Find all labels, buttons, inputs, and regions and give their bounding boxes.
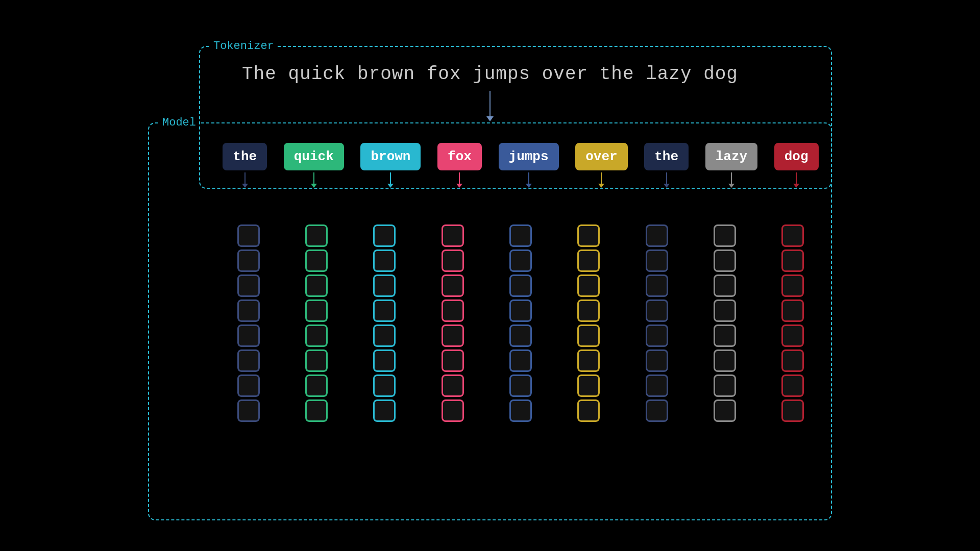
embed-cell-fox-2 xyxy=(442,274,464,297)
token-arrow-line-dog xyxy=(796,172,797,184)
embed-cell-over-4 xyxy=(577,324,600,347)
embed-cell-brown-4 xyxy=(373,324,396,347)
token-block-over: over xyxy=(575,143,627,190)
token-block-dog: dog xyxy=(774,143,819,190)
embed-cell-dog-2 xyxy=(781,274,804,297)
token-arrow-over xyxy=(598,172,604,188)
embed-cell-quick-2 xyxy=(305,274,328,297)
token-arrow-head-jumps xyxy=(526,184,532,188)
embed-cell-jumps-2 xyxy=(509,274,532,297)
token-badge-the1: the xyxy=(223,143,267,170)
embed-cell-the2-7 xyxy=(646,399,668,422)
embed-cell-dog-6 xyxy=(781,374,804,397)
embed-cell-brown-2 xyxy=(373,274,396,297)
embed-cell-dog-1 xyxy=(781,249,804,272)
embed-cell-quick-7 xyxy=(305,399,328,422)
embed-cell-quick-0 xyxy=(305,224,328,247)
embed-cell-lazy-7 xyxy=(714,399,736,422)
embed-cell-fox-5 xyxy=(442,349,464,372)
tokenizer-label: Tokenizer xyxy=(210,40,277,53)
input-sentence: The quick brown fox jumps over the lazy … xyxy=(148,64,832,85)
token-block-brown: brown xyxy=(360,143,421,190)
token-arrow-head-quick xyxy=(311,184,317,188)
token-badge-the2: the xyxy=(644,143,689,170)
token-badge-fox: fox xyxy=(437,143,482,170)
token-arrow-line-the2 xyxy=(666,172,667,184)
embed-cell-the1-7 xyxy=(237,399,260,422)
token-arrow-line-fox xyxy=(459,172,460,184)
embed-cell-the1-2 xyxy=(237,274,260,297)
embedding-col-quick xyxy=(305,224,328,422)
embed-cell-jumps-6 xyxy=(509,374,532,397)
embed-cell-jumps-4 xyxy=(509,324,532,347)
token-block-quick: quick xyxy=(284,143,344,190)
token-arrow-head-brown xyxy=(387,184,394,188)
embed-cell-the1-6 xyxy=(237,374,260,397)
embed-cell-the1-0 xyxy=(237,224,260,247)
token-arrow-the2 xyxy=(664,172,670,188)
token-block-jumps: jumps xyxy=(499,143,559,190)
token-arrow-quick xyxy=(311,172,317,188)
embed-cell-fox-7 xyxy=(442,399,464,422)
embed-cell-brown-1 xyxy=(373,249,396,272)
embed-cell-quick-4 xyxy=(305,324,328,347)
embed-cell-brown-6 xyxy=(373,374,396,397)
embed-cell-quick-3 xyxy=(305,299,328,322)
embed-cell-jumps-5 xyxy=(509,349,532,372)
embed-cell-the2-5 xyxy=(646,349,668,372)
token-arrow-line-over xyxy=(601,172,602,184)
embed-cell-the2-0 xyxy=(646,224,668,247)
embedding-col-lazy xyxy=(714,224,736,422)
main-arrow-line xyxy=(489,91,491,116)
embed-cell-dog-4 xyxy=(781,324,804,347)
embed-cell-brown-7 xyxy=(373,399,396,422)
embed-cell-lazy-2 xyxy=(714,274,736,297)
embedding-col-the2 xyxy=(646,224,668,422)
model-label: Model xyxy=(159,116,199,129)
embed-cell-the2-1 xyxy=(646,249,668,272)
embed-cell-jumps-3 xyxy=(509,299,532,322)
embed-cell-jumps-7 xyxy=(509,399,532,422)
token-block-fox: fox xyxy=(437,143,482,190)
embed-cell-fox-3 xyxy=(442,299,464,322)
embed-cell-dog-0 xyxy=(781,224,804,247)
embed-cell-over-5 xyxy=(577,349,600,372)
embed-cell-lazy-6 xyxy=(714,374,736,397)
embed-cell-lazy-5 xyxy=(714,349,736,372)
token-arrow-lazy xyxy=(728,172,734,188)
embed-cell-over-0 xyxy=(577,224,600,247)
embed-cell-dog-3 xyxy=(781,299,804,322)
token-arrow-jumps xyxy=(526,172,532,188)
embed-cell-fox-4 xyxy=(442,324,464,347)
token-badge-quick: quick xyxy=(284,143,344,170)
token-badge-dog: dog xyxy=(774,143,819,170)
token-badge-jumps: jumps xyxy=(499,143,559,170)
embed-cell-the1-1 xyxy=(237,249,260,272)
token-block-lazy: lazy xyxy=(705,143,757,190)
embed-cell-lazy-4 xyxy=(714,324,736,347)
embedding-col-jumps xyxy=(509,224,532,422)
embedding-col-dog xyxy=(781,224,804,422)
embed-cell-the1-4 xyxy=(237,324,260,347)
embed-cell-lazy-0 xyxy=(714,224,736,247)
embedding-col-brown xyxy=(373,224,396,422)
embed-cell-over-3 xyxy=(577,299,600,322)
token-arrow-head-over xyxy=(598,184,604,188)
embed-cell-the2-2 xyxy=(646,274,668,297)
token-arrow-fox xyxy=(456,172,462,188)
embed-cell-brown-5 xyxy=(373,349,396,372)
token-badge-lazy: lazy xyxy=(705,143,757,170)
embed-cell-over-2 xyxy=(577,274,600,297)
token-arrow-head-dog xyxy=(793,184,799,188)
embedding-col-fox xyxy=(442,224,464,422)
embed-cell-lazy-3 xyxy=(714,299,736,322)
embed-cell-jumps-0 xyxy=(509,224,532,247)
embed-cell-fox-1 xyxy=(442,249,464,272)
embeddings-area xyxy=(214,224,827,422)
main-arrow xyxy=(486,91,494,121)
embed-cell-brown-0 xyxy=(373,224,396,247)
token-arrow-the1 xyxy=(242,172,248,188)
embed-cell-the2-6 xyxy=(646,374,668,397)
embed-cell-quick-1 xyxy=(305,249,328,272)
embed-cell-over-7 xyxy=(577,399,600,422)
